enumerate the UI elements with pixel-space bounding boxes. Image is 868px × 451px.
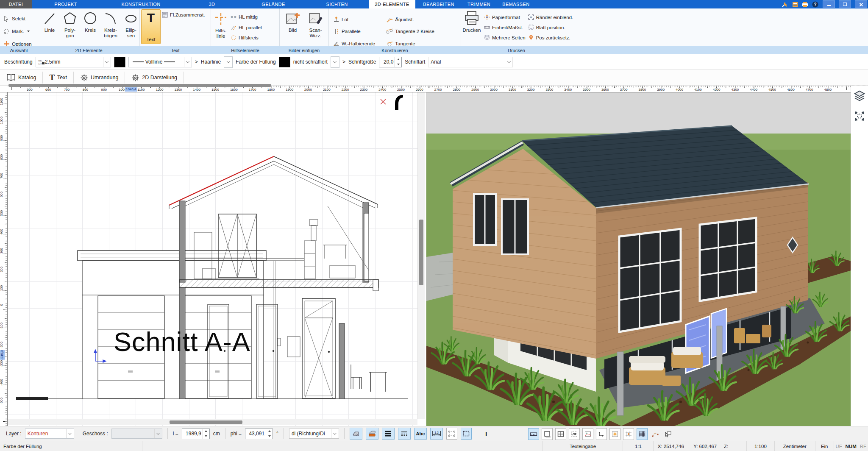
tangente-button[interactable]: Tangente — [386, 41, 434, 47]
spin-up-icon[interactable] — [266, 429, 273, 434]
2d-darstellung-button[interactable]: 2D Darstellung — [125, 71, 184, 84]
kreis-button[interactable]: Kreis — [81, 10, 100, 33]
text-tool-button[interactable]: TText — [43, 71, 73, 84]
top-scrollbar-thumb[interactable] — [8, 84, 271, 87]
length-stepper[interactable]: 1989,9 — [182, 429, 210, 439]
angle-stepper[interactable]: 43,091 — [245, 429, 273, 439]
selekt-button[interactable]: Selekt — [3, 16, 34, 22]
raender-einblenden-button[interactable]: Ränder einblend. — [528, 14, 573, 20]
tab-trimmen[interactable]: TRIMMEN — [462, 0, 496, 8]
hilfslinie-button[interactable]: Hilfs-linie — [211, 10, 231, 46]
toggle-sheet[interactable] — [542, 428, 553, 440]
tab-konstruktion[interactable]: KONSTRUKTION — [100, 0, 182, 8]
toggle-fill-hatch[interactable] — [350, 428, 362, 440]
pos-zuruecksetzen-button[interactable]: Pos zurücksetz. — [528, 35, 573, 40]
tab-3d[interactable]: 3D — [182, 0, 242, 8]
hilfskreis-button[interactable]: Hilfskreis — [231, 35, 262, 40]
flzusammenst-button[interactable]: Fl.Zusammenst. — [162, 12, 205, 18]
2d-horizontal-scrollbar[interactable] — [8, 419, 417, 425]
toggle-snap-path[interactable] — [650, 429, 660, 440]
tangente-2-kreise-button[interactable]: Tangente 2 Kreise — [386, 28, 434, 34]
tab-bemassen[interactable]: BEMASSEN — [496, 0, 536, 8]
toggle-text-display[interactable]: Abc — [414, 428, 427, 440]
toggle-line-type[interactable] — [398, 428, 411, 440]
hatch-select[interactable] — [331, 56, 339, 68]
katalog-button[interactable]: Katalog — [0, 71, 42, 84]
font-family-select[interactable]: Arial — [428, 57, 513, 67]
blatt-position-button[interactable]: Blatt position. — [528, 25, 573, 30]
pen-width-select[interactable]: ABC123 2.5mm — [36, 57, 111, 67]
spin-down-icon[interactable] — [266, 434, 273, 439]
toggle-frame[interactable] — [461, 428, 472, 440]
papierformat-button[interactable]: Papierformat — [484, 14, 526, 20]
text-button-active[interactable]: TText — [141, 9, 161, 44]
status-ein[interactable]: Ein — [815, 441, 834, 451]
toggle-grid-origin[interactable] — [623, 428, 634, 440]
line-color-swatch[interactable] — [114, 57, 125, 67]
toggle-select-box[interactable] — [663, 429, 673, 440]
scrollbar-thumb[interactable] — [170, 420, 242, 424]
ellipsen-button[interactable]: Ellip-sen — [121, 10, 141, 39]
toggle-dimensions[interactable]: 1.2 — [430, 428, 443, 440]
tools-icon[interactable] — [781, 1, 788, 8]
layer-select[interactable]: Konturen — [25, 429, 74, 439]
tab-2d-elemente[interactable]: 2D-ELEMENTE — [369, 0, 415, 8]
toggle-grid[interactable] — [637, 428, 648, 440]
markieren-button[interactable]: Mark. — [3, 28, 34, 35]
kreisboegen-button[interactable]: Kreis-bögen — [101, 10, 120, 39]
3d-view-canvas[interactable] — [426, 92, 851, 426]
toggle-fill-color[interactable] — [366, 428, 378, 440]
toggle-transform[interactable] — [569, 428, 580, 440]
drucken-button[interactable]: Drucken — [462, 10, 481, 45]
scan-wizz-button[interactable]: Scan-Wizz. — [306, 10, 326, 39]
tab-bearbeiten[interactable]: BEARBEITEN — [415, 0, 462, 8]
restore-button[interactable] — [839, 0, 851, 8]
status-scale[interactable]: 1:100 — [746, 441, 774, 451]
geschoss-select[interactable] — [111, 429, 162, 439]
printer-mini-icon[interactable] — [801, 1, 809, 8]
2d-vertical-scrollbar[interactable] — [417, 92, 425, 419]
tab-datei[interactable]: DATEI — [0, 0, 32, 8]
orbit-button[interactable] — [852, 109, 867, 123]
v-ruler[interactable]: 110010009008007006005004003002001000-100… — [0, 92, 8, 426]
toggle-selection-frame[interactable] — [446, 428, 457, 440]
parallele-button[interactable]: Parallele — [333, 28, 375, 34]
spin-down-icon[interactable] — [395, 62, 401, 67]
toggle-ruler[interactable] — [528, 428, 539, 440]
spin-up-icon[interactable] — [203, 429, 209, 434]
layers-button[interactable] — [852, 89, 867, 103]
linie-button[interactable]: Linie — [40, 10, 59, 33]
minimize-button[interactable] — [823, 0, 835, 8]
font-size-stepper[interactable]: 20,0 — [379, 57, 402, 67]
umrandung-button[interactable]: Umrandung — [74, 71, 125, 84]
hl-mittig-button[interactable]: HL mittig — [231, 14, 262, 19]
scrollbar-thumb[interactable] — [419, 220, 423, 285]
polygon-button[interactable]: Poly-gon — [60, 10, 80, 39]
mehrere-seiten-button[interactable]: Mehrere Seiten — [484, 35, 526, 40]
status-unit[interactable]: Zentimeter — [774, 441, 815, 451]
fill-color-swatch[interactable] — [279, 57, 290, 67]
line-type-select[interactable]: Volllinie — [128, 57, 192, 67]
spin-up-icon[interactable] — [395, 57, 401, 62]
aequidistante-button[interactable]: Äquidist. — [386, 17, 434, 22]
tab-projekt[interactable]: PROJEKT — [32, 0, 100, 8]
toggle-background-image[interactable] — [582, 428, 593, 440]
spin-down-icon[interactable] — [203, 434, 209, 439]
close-button[interactable] — [855, 0, 867, 8]
bild-button[interactable]: Bild — [283, 10, 303, 33]
hl-parallel-button[interactable]: HL parallel — [231, 25, 262, 30]
tab-gelaende[interactable]: GELÄNDE — [242, 0, 305, 8]
toggle-light[interactable] — [609, 428, 620, 440]
haarlinie-select[interactable] — [224, 56, 233, 68]
dl-mode-select[interactable]: dl (Richtung/Di — [289, 429, 339, 439]
section-title-text[interactable]: Schnitt A-A — [114, 326, 250, 357]
help-icon[interactable]: ? — [812, 1, 819, 8]
einheit-massstab-button[interactable]: Einheit/Maßst. — [484, 25, 526, 30]
lot-button[interactable]: Lot — [333, 17, 375, 22]
toggle-origin[interactable] — [596, 428, 607, 440]
toggle-line-width[interactable] — [382, 428, 395, 440]
project-box-icon[interactable] — [791, 1, 798, 8]
toggle-window-panes[interactable] — [555, 428, 566, 440]
2d-drawing-canvas[interactable]: Schnitt A-A — [8, 92, 417, 426]
tab-sichten[interactable]: SICHTEN — [305, 0, 369, 8]
